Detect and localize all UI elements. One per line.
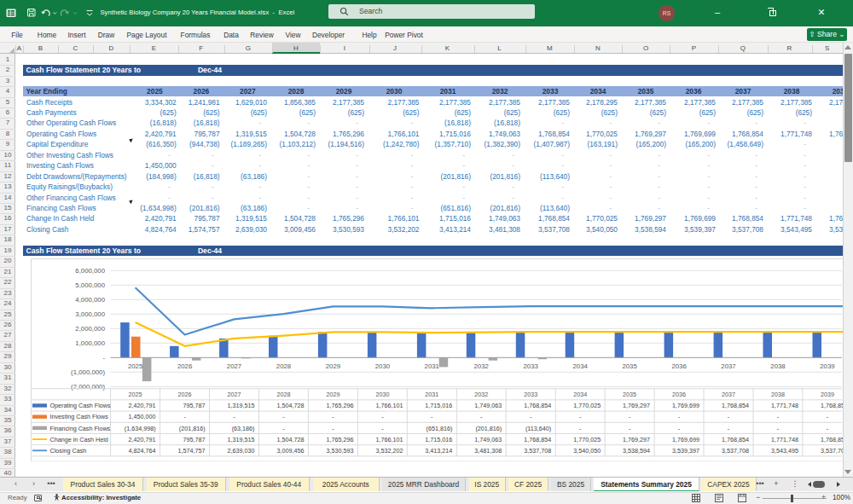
svg-text:2029: 2029 bbox=[326, 362, 340, 369]
svg-text:2038: 2038 bbox=[771, 390, 785, 397]
svg-text:1,769,699: 1,769,699 bbox=[672, 402, 699, 409]
svg-text:2032: 2032 bbox=[474, 362, 489, 369]
svg-text:1,769,297: 1,769,297 bbox=[623, 435, 650, 443]
svg-text:3,481,308: 3,481,308 bbox=[474, 446, 502, 454]
svg-text:3,530,593: 3,530,593 bbox=[326, 446, 353, 454]
svg-text:1,319,515: 1,319,515 bbox=[228, 435, 255, 443]
svg-text:1,768,854: 1,768,854 bbox=[821, 435, 843, 443]
svg-text:2026: 2026 bbox=[177, 362, 192, 369]
svg-text:3,537,708: 3,537,708 bbox=[524, 446, 551, 454]
svg-text:2032: 2032 bbox=[474, 390, 488, 397]
svg-text:2030: 2030 bbox=[375, 390, 389, 397]
svg-text:3,537,708: 3,537,708 bbox=[722, 446, 749, 454]
svg-text:3,413,214: 3,413,214 bbox=[425, 446, 452, 454]
svg-text:3,000,000: 3,000,000 bbox=[75, 310, 105, 317]
svg-text:2029: 2029 bbox=[326, 390, 339, 397]
svg-text:2030: 2030 bbox=[375, 362, 391, 369]
svg-text:2037: 2037 bbox=[721, 362, 735, 369]
svg-text:1,765,296: 1,765,296 bbox=[326, 402, 353, 409]
svg-text:Investing Cash Flows: Investing Cash Flows bbox=[50, 413, 109, 420]
svg-text:1,768,854: 1,768,854 bbox=[821, 402, 843, 409]
svg-text:1,766,101: 1,766,101 bbox=[375, 402, 403, 409]
svg-text:1,000,000: 1,000,000 bbox=[75, 339, 105, 346]
svg-text:1,770,025: 1,770,025 bbox=[573, 402, 601, 409]
svg-text:2039: 2039 bbox=[821, 390, 834, 397]
svg-text:2027: 2027 bbox=[228, 390, 241, 397]
svg-text:1,768,854: 1,768,854 bbox=[722, 402, 749, 409]
svg-text:1,765,296: 1,765,296 bbox=[326, 435, 353, 443]
svg-text:2036: 2036 bbox=[672, 390, 686, 397]
svg-text:2038: 2038 bbox=[770, 362, 785, 369]
svg-text:4,000,000: 4,000,000 bbox=[75, 295, 105, 303]
svg-text:1,769,699: 1,769,699 bbox=[672, 435, 699, 443]
svg-text:3,540,050: 3,540,050 bbox=[573, 446, 601, 454]
svg-text:2031: 2031 bbox=[425, 390, 438, 397]
svg-text:795,787: 795,787 bbox=[183, 402, 206, 409]
svg-text:2025: 2025 bbox=[129, 390, 142, 397]
svg-text:(1,000,000): (1,000,000) bbox=[71, 368, 105, 375]
svg-text:2027: 2027 bbox=[227, 362, 241, 369]
svg-text:1,769,297: 1,769,297 bbox=[623, 402, 650, 409]
svg-text:1,574,757: 1,574,757 bbox=[178, 446, 206, 454]
svg-text:(113,640): (113,640) bbox=[525, 424, 551, 432]
svg-text:3,538,594: 3,538,594 bbox=[623, 446, 650, 454]
svg-text:1,768,854: 1,768,854 bbox=[524, 435, 551, 443]
svg-text:1,770,025: 1,770,025 bbox=[573, 435, 601, 443]
svg-text:2039: 2039 bbox=[820, 362, 834, 369]
svg-text:Operating Cash Flows: Operating Cash Flows bbox=[50, 402, 112, 409]
svg-text:1,319,515: 1,319,515 bbox=[228, 402, 255, 409]
svg-text:(63,186): (63,186) bbox=[232, 424, 255, 432]
svg-text:2025: 2025 bbox=[128, 362, 143, 369]
svg-text:3,532,202: 3,532,202 bbox=[375, 446, 403, 454]
svg-text:2034: 2034 bbox=[573, 362, 589, 369]
svg-text:2031: 2031 bbox=[425, 362, 439, 369]
svg-text:2035: 2035 bbox=[623, 390, 636, 397]
svg-text:2028: 2028 bbox=[276, 362, 291, 369]
svg-text:1,504,728: 1,504,728 bbox=[277, 435, 305, 443]
svg-text:1,771,748: 1,771,748 bbox=[771, 402, 798, 409]
svg-text:(201,816): (201,816) bbox=[475, 424, 502, 432]
svg-text:(1,634,998): (1,634,998) bbox=[125, 424, 156, 432]
svg-text:795,787: 795,787 bbox=[183, 435, 206, 443]
svg-text:5,000,000: 5,000,000 bbox=[75, 281, 105, 288]
svg-text:2028: 2028 bbox=[277, 390, 291, 397]
svg-text:Change in Cash Held: Change in Cash Held bbox=[50, 435, 108, 443]
svg-text:2033: 2033 bbox=[524, 362, 538, 369]
svg-text:2037: 2037 bbox=[722, 390, 735, 397]
svg-text:(2,000,000): (2,000,000) bbox=[71, 382, 105, 390]
svg-text:1,766,101: 1,766,101 bbox=[375, 435, 403, 443]
svg-text:3,009,456: 3,009,456 bbox=[277, 446, 305, 454]
svg-text:-: - bbox=[102, 353, 105, 361]
svg-text:2026: 2026 bbox=[178, 390, 192, 397]
svg-text:(201,816): (201,816) bbox=[179, 424, 206, 432]
svg-text:2,420,791: 2,420,791 bbox=[129, 435, 156, 443]
svg-text:6,000,000: 6,000,000 bbox=[75, 266, 105, 274]
svg-text:1,749,063: 1,749,063 bbox=[474, 435, 502, 443]
svg-text:2033: 2033 bbox=[524, 390, 537, 397]
svg-text:1,450,000: 1,450,000 bbox=[129, 413, 156, 420]
svg-text:2036: 2036 bbox=[671, 362, 686, 369]
svg-text:Closing Cash: Closing Cash bbox=[50, 446, 87, 454]
svg-text:2,000,000: 2,000,000 bbox=[75, 324, 105, 332]
svg-text:(651,816): (651,816) bbox=[426, 424, 453, 432]
svg-text:1,768,854: 1,768,854 bbox=[524, 402, 551, 409]
svg-text:3,537,708: 3,537,708 bbox=[821, 446, 843, 454]
svg-text:3,539,397: 3,539,397 bbox=[672, 446, 699, 454]
svg-text:1,771,748: 1,771,748 bbox=[771, 435, 798, 443]
svg-text:2034: 2034 bbox=[573, 390, 587, 397]
svg-text:2,639,030: 2,639,030 bbox=[228, 446, 255, 454]
svg-text:1,715,016: 1,715,016 bbox=[425, 435, 452, 443]
svg-text:4,824,764: 4,824,764 bbox=[129, 446, 156, 454]
svg-text:3,543,495: 3,543,495 bbox=[771, 446, 798, 454]
svg-text:2035: 2035 bbox=[622, 362, 637, 369]
svg-text:1,749,063: 1,749,063 bbox=[474, 402, 502, 409]
svg-text:1,504,728: 1,504,728 bbox=[277, 402, 305, 409]
svg-text:1,768,854: 1,768,854 bbox=[722, 435, 749, 443]
svg-text:Financing Cash Flows: Financing Cash Flows bbox=[50, 424, 111, 432]
svg-text:2,420,791: 2,420,791 bbox=[129, 402, 156, 409]
svg-text:1,715,016: 1,715,016 bbox=[425, 402, 452, 409]
